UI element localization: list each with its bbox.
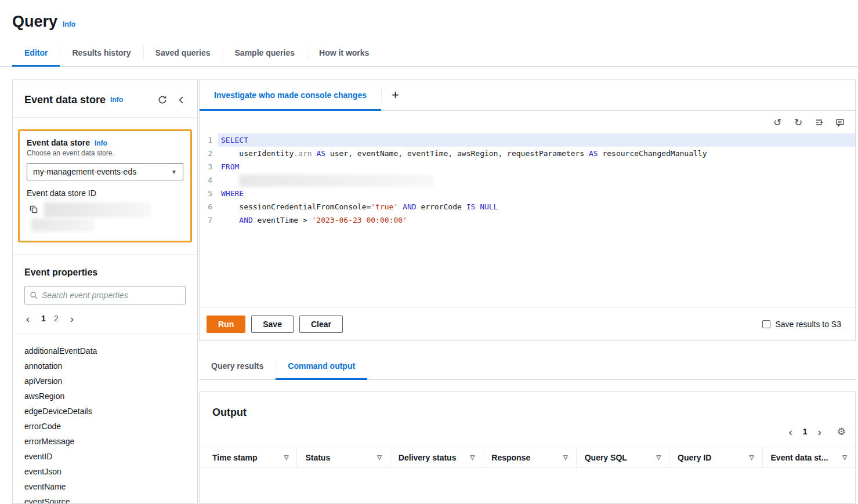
store-panel-title: Event data store	[27, 138, 90, 147]
save-results-to-s3-label: Save results to S3	[775, 320, 841, 329]
page-info-link[interactable]: Info	[63, 20, 75, 28]
sql-token	[221, 216, 239, 224]
property-item[interactable]: eventID	[24, 449, 186, 464]
search-event-properties-input[interactable]	[42, 291, 180, 300]
nav-tab-results-history[interactable]: Results history	[60, 39, 143, 66]
nav-tab-editor[interactable]: Editor	[12, 39, 60, 66]
code-line-content: FROM	[218, 160, 855, 173]
filter-icon[interactable]: ▽	[563, 454, 568, 461]
sidebar-info-link[interactable]: Info	[110, 96, 123, 104]
filter-icon[interactable]: ▽	[470, 454, 475, 461]
property-item[interactable]: annotation	[24, 358, 186, 374]
nav-tab-how-it-works[interactable]: How it works	[307, 39, 381, 66]
column-header-response: Response▽	[483, 447, 575, 467]
property-item[interactable]: eventSource	[24, 494, 186, 504]
properties-page-2[interactable]: 2	[50, 313, 63, 324]
sql-token: 'true'	[371, 202, 398, 211]
store-id-label: Event data store ID	[27, 188, 183, 198]
code-line-content: WHERE	[218, 187, 855, 200]
sql-token: userIdentity	[221, 149, 294, 158]
filter-icon[interactable]: ▽	[284, 454, 289, 461]
sql-token: AND	[403, 202, 416, 211]
sql-token: WHERE	[221, 189, 244, 198]
editor-actions: Run Save Clear Save results to S3	[200, 307, 855, 340]
query-editor-card: Investigate who made console changes + ↺…	[199, 79, 856, 341]
column-label: Query ID	[678, 453, 711, 462]
collapse-panel-icon[interactable]	[174, 93, 188, 107]
property-item[interactable]: additionalEventData	[24, 343, 186, 358]
run-button[interactable]: Run	[207, 316, 245, 333]
output-table-header: Time stamp▽Status▽Delivery status▽Respon…	[200, 447, 855, 468]
query-tab[interactable]: Investigate who made console changes	[200, 80, 381, 110]
query-tabbar: Investigate who made console changes +	[200, 80, 855, 111]
code-line: 2 userIdentity.arn AS user, eventName, e…	[200, 147, 855, 160]
property-item[interactable]: errorMessage	[24, 434, 186, 449]
nav-tab-sample-queries[interactable]: Sample queries	[223, 39, 307, 66]
feedback-icon[interactable]	[833, 115, 847, 129]
add-query-tab-icon[interactable]: +	[382, 80, 409, 110]
query-tab-label: Investigate who made console changes	[214, 90, 367, 100]
output-next-page-icon[interactable]: ›	[813, 425, 827, 438]
column-label: Event data st...	[771, 453, 828, 462]
copy-icon[interactable]	[27, 202, 41, 216]
code-line: 6 sessionCredentialFromConsole='true' AN…	[200, 200, 855, 213]
column-label: Response	[491, 453, 530, 462]
gear-icon[interactable]: ⚙	[837, 426, 846, 438]
column-header-query-sql: Query SQL▽	[576, 447, 669, 467]
sql-token: .arn	[294, 149, 312, 158]
sql-token: IS	[466, 202, 476, 211]
property-item[interactable]: edgeDeviceDetails	[24, 404, 186, 419]
output-page-number[interactable]: 1	[799, 426, 812, 437]
nav-tabs: EditorResults historySaved queriesSample…	[0, 39, 858, 67]
nav-tab-saved-queries[interactable]: Saved queries	[143, 39, 223, 66]
results-tab-command-output[interactable]: Command output	[276, 353, 367, 379]
sql-token: FROM	[221, 162, 239, 171]
event-data-store-sidebar: Event data store Info Event data store I…	[12, 79, 198, 504]
sql-token: AS	[316, 149, 325, 158]
clear-button[interactable]: Clear	[299, 316, 343, 333]
line-number: 3	[200, 160, 218, 173]
save-button[interactable]: Save	[251, 316, 294, 333]
code-line-content: SELECT	[218, 133, 855, 147]
next-page-icon[interactable]: ›	[65, 311, 79, 325]
column-label: Query SQL	[585, 453, 627, 462]
filter-icon[interactable]: ▽	[656, 454, 661, 461]
code-line-content: AND eventTime > '2023-06-23 00:00:00'	[218, 213, 855, 227]
format-query-icon[interactable]	[812, 115, 826, 129]
line-number: 1	[200, 133, 218, 147]
output-prev-page-icon[interactable]: ‹	[784, 425, 798, 438]
sql-token: NULL	[480, 202, 498, 211]
column-header-event-data-st: Event data st...▽	[762, 447, 855, 467]
redo-icon[interactable]: ↻	[791, 115, 805, 129]
property-item[interactable]: eventName	[24, 479, 186, 494]
results-tab-query-results[interactable]: Query results	[199, 353, 276, 379]
property-item[interactable]: apiVersion	[24, 374, 186, 389]
redacted-text	[239, 175, 433, 187]
refresh-icon[interactable]	[155, 93, 169, 107]
line-number: 4	[200, 173, 218, 187]
sql-token: resourceChangedManually	[598, 149, 707, 158]
filter-icon[interactable]: ▽	[750, 454, 754, 461]
event-data-store-highlight-box: Event data store Info Choose an event da…	[18, 129, 192, 242]
sql-token: sessionCredentialFromConsole=	[221, 202, 371, 211]
column-label: Time stamp	[212, 453, 258, 462]
prev-page-icon[interactable]: ‹	[21, 311, 35, 325]
property-item[interactable]: eventJson	[24, 464, 186, 479]
output-title: Output	[200, 392, 855, 419]
filter-icon[interactable]: ▽	[377, 454, 382, 461]
selected-store-value: my-management-events-eds	[33, 167, 136, 176]
sql-token	[475, 202, 480, 211]
sql-editor[interactable]: 1SELECT2 userIdentity.arn AS user, event…	[200, 132, 855, 307]
event-data-store-select[interactable]: my-management-events-eds ▼	[27, 163, 183, 180]
property-item[interactable]: awsRegion	[24, 389, 186, 404]
properties-page-1[interactable]: 1	[37, 313, 50, 324]
sql-token: eventTime >	[253, 216, 312, 224]
undo-icon[interactable]: ↺	[770, 115, 784, 129]
column-header-time-stamp: Time stamp▽	[200, 447, 296, 467]
filter-icon[interactable]: ▽	[842, 454, 847, 461]
store-panel-info-link[interactable]: Info	[95, 139, 107, 147]
property-item[interactable]: errorCode	[24, 419, 186, 434]
column-label: Status	[305, 453, 330, 462]
save-results-to-s3-checkbox[interactable]	[762, 320, 770, 328]
store-id-row	[27, 202, 183, 231]
